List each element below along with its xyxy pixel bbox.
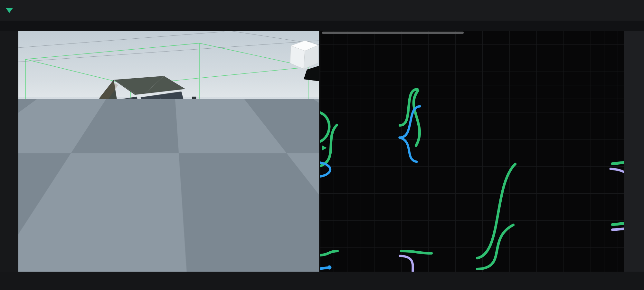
logo-cube <box>290 41 319 81</box>
main-area <box>0 31 644 272</box>
top-tab-strip <box>0 21 644 31</box>
node-editor[interactable] <box>320 31 644 272</box>
app-window <box>0 0 644 290</box>
node-editor-right-strip <box>624 31 644 272</box>
node-editor-scrollbar[interactable] <box>322 32 464 34</box>
bottom-tab-strip <box>0 272 644 290</box>
viewport-scene <box>18 31 319 272</box>
truck-cab <box>66 76 197 222</box>
node-wires <box>320 31 644 272</box>
truck-shadow <box>54 240 266 266</box>
toolbar <box>0 0 644 21</box>
dropdown-caret-icon[interactable] <box>6 8 13 13</box>
left-strip <box>0 31 18 272</box>
viewport-3d[interactable] <box>18 31 319 272</box>
